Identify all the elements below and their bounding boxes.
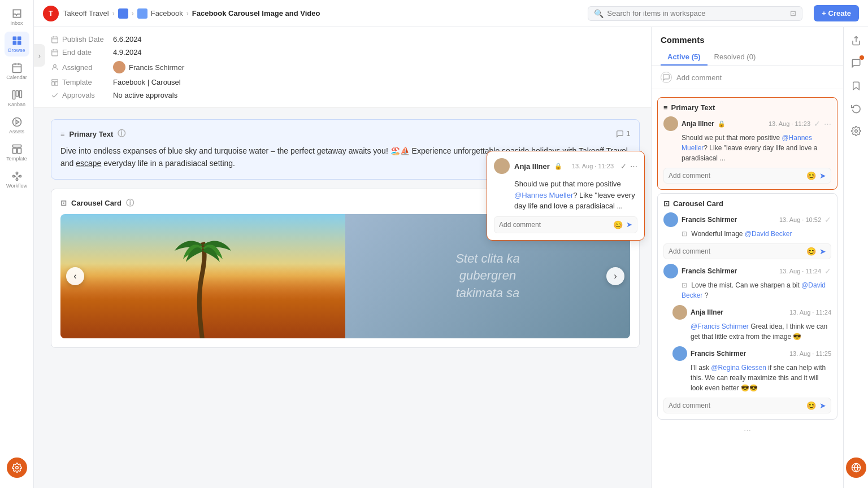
sidebar-item-calendar[interactable]: Calendar xyxy=(5,59,29,84)
text-icon: ≡ xyxy=(60,130,65,138)
comment-count-primary[interactable]: 1 xyxy=(616,130,630,138)
meta-assigned-value: Francis Schirmer xyxy=(113,61,184,73)
carousel-icon: ⊡ xyxy=(60,199,67,207)
svg-point-17 xyxy=(16,172,18,174)
tab-active[interactable]: Active (5) xyxy=(661,49,708,66)
popup-add-comment-row[interactable]: 😊 ➤ xyxy=(494,216,637,233)
carousel-comment-1-emoji[interactable]: 😊 xyxy=(806,247,816,256)
settings-cog-icon[interactable] xyxy=(847,122,865,140)
primary-comment-body: Should we put that more positive @Hannes… xyxy=(682,133,831,163)
meta-approvals-value: No active approvals xyxy=(113,91,177,99)
sidebar-item-kanban[interactable]: Kanban xyxy=(5,86,29,111)
breadcrumb-folder2-icon xyxy=(137,8,147,19)
carousel-comment-4-user: Francis Schirmer xyxy=(691,350,746,358)
francis-avatar-1 xyxy=(663,212,678,227)
carousel-comment-1-add-row[interactable]: 😊 ➤ xyxy=(663,243,831,259)
popup-user: Anja Illner xyxy=(514,162,550,171)
settings-button[interactable] xyxy=(7,457,27,478)
carousel-section-icon: ⊡ xyxy=(663,199,670,208)
primary-comment-user: Anja Illner xyxy=(682,120,714,128)
carousel-comment-4-send[interactable]: ➤ xyxy=(819,401,826,410)
sidebar-item-workflow[interactable]: Workflow xyxy=(5,167,29,192)
carousel-comment-2-check[interactable]: ✓ xyxy=(824,267,831,276)
carousel-comment-1-check[interactable]: ✓ xyxy=(824,215,831,224)
popup-emoji-icon[interactable]: 😊 xyxy=(613,220,623,229)
breadcrumb-facebook[interactable]: Facebook xyxy=(151,9,183,18)
primary-comment-check[interactable]: ✓ xyxy=(814,119,821,128)
breadcrumb-sep-3: › xyxy=(186,10,189,18)
more-options[interactable]: ⋯ xyxy=(652,423,843,437)
francis-avatar-2 xyxy=(663,264,678,278)
primary-text-info-icon: ⓘ xyxy=(118,129,125,139)
search-bar[interactable]: 🔍 ⊡ xyxy=(588,6,802,21)
carousel-comment-4-emoji[interactable]: 😊 xyxy=(806,401,816,410)
carousel-comment-4-header: Francis Schirmer 13. Aug · 11:25 xyxy=(672,346,831,361)
carousel-info-icon: ⓘ xyxy=(126,198,134,208)
popup-send-icon[interactable]: ➤ xyxy=(626,220,632,229)
carousel-comment-4-body: I'll ask @Regina Giessen if she can help… xyxy=(691,363,831,393)
sidebar-item-assets[interactable]: Assets xyxy=(5,113,29,138)
breadcrumb-page-title: Facebook Carousel Image and Video xyxy=(192,9,320,18)
share-icon[interactable] xyxy=(847,32,865,50)
carousel-comment-1-send[interactable]: ➤ xyxy=(819,247,826,256)
carousel-next-button[interactable]: › xyxy=(606,267,624,285)
anja-avatar-primary xyxy=(663,116,678,131)
carousel-comment-3-header: Anja Illner 13. Aug · 11:24 xyxy=(672,305,831,320)
primary-comment-item: Anja Illner 🔒 13. Aug · 11:23 ✓ ⋯ Should… xyxy=(663,116,831,163)
popup-more-icon[interactable]: ⋯ xyxy=(630,162,637,171)
svg-point-16 xyxy=(12,175,14,177)
create-button[interactable]: + Create xyxy=(814,5,859,21)
expand-icon[interactable]: ⊡ xyxy=(790,9,796,18)
add-comment-label: Add comment xyxy=(676,73,722,82)
bookmark-icon[interactable] xyxy=(847,77,865,95)
popup-add-comment-input[interactable] xyxy=(499,221,610,229)
svg-rect-29 xyxy=(52,50,58,56)
carousel-prev-button[interactable]: ‹ xyxy=(66,267,84,285)
svg-point-38 xyxy=(854,130,857,133)
assigned-avatar xyxy=(113,61,125,73)
svg-point-19 xyxy=(16,178,18,180)
svg-rect-13 xyxy=(12,145,21,147)
meta-publish-date: Publish Date 6.6.2024 xyxy=(51,33,640,46)
collapse-button[interactable]: › xyxy=(34,44,45,67)
primary-text-header: ≡ Primary Text ⓘ 1 xyxy=(60,129,630,139)
carousel-comment-3-user: Anja Illner xyxy=(691,308,723,316)
svg-rect-34 xyxy=(52,79,58,81)
sidebar-label-assets: Assets xyxy=(9,129,24,134)
svg-rect-14 xyxy=(12,148,16,153)
search-icon: 🔍 xyxy=(594,9,604,18)
primary-comment-more[interactable]: ⋯ xyxy=(824,120,831,128)
carousel-comment-4-add-row[interactable]: 😊 ➤ xyxy=(663,398,831,413)
add-comment-row[interactable]: Add comment xyxy=(652,66,843,89)
carousel-comment-2-time: 13. Aug · 11:24 xyxy=(779,268,821,274)
comments-icon[interactable] xyxy=(847,54,865,72)
svg-rect-3 xyxy=(17,41,21,45)
comments-badge xyxy=(860,55,864,60)
inline-comment-popup: Anja Illner 🔒 13. Aug · 11:23 ✓ ⋯ Should… xyxy=(487,151,645,241)
carousel-comment-3: Anja Illner 13. Aug · 11:24 @Francis Sch… xyxy=(672,305,831,342)
breadcrumb-takeoff[interactable]: Takeoff Travel xyxy=(63,9,109,18)
primary-comment-input[interactable] xyxy=(669,172,803,180)
carousel-comment-4-input[interactable] xyxy=(669,402,803,409)
sidebar-item-inbox[interactable]: Inbox xyxy=(5,5,29,29)
sidebar-item-browse[interactable]: Browse xyxy=(5,32,29,56)
breadcrumb-sep-1: › xyxy=(112,10,115,18)
meta-template-value: Facebook | Carousel xyxy=(113,78,181,86)
tab-resolved[interactable]: Resolved (0) xyxy=(708,49,763,66)
sidebar-item-template[interactable]: Template xyxy=(5,140,29,165)
popup-header: Anja Illner 🔒 13. Aug · 11:23 ✓ ⋯ xyxy=(494,158,637,174)
meta-end-date: End date 4.9.2024 xyxy=(51,46,640,59)
carousel-comment-title: ⊡ Carousel Card xyxy=(663,199,831,208)
carousel-comment-2-user: Francis Schirmer xyxy=(682,267,737,275)
section-icon: ≡ xyxy=(663,103,668,112)
primary-text-comment-block: ≡ Primary Text Anja Illner 🔒 13. Aug · 1… xyxy=(657,97,837,190)
primary-comment-send[interactable]: ➤ xyxy=(819,171,826,180)
history-icon[interactable] xyxy=(847,99,865,117)
carousel-comment-1-input[interactable] xyxy=(669,247,803,255)
primary-comment-add-row[interactable]: 😊 ➤ xyxy=(663,168,831,184)
francis-avatar-3 xyxy=(672,346,687,361)
popup-check-icon[interactable]: ✓ xyxy=(620,162,627,171)
primary-comment-emoji[interactable]: 😊 xyxy=(806,171,816,180)
globe-icon-bottom[interactable] xyxy=(846,457,866,478)
search-input[interactable] xyxy=(607,9,784,18)
